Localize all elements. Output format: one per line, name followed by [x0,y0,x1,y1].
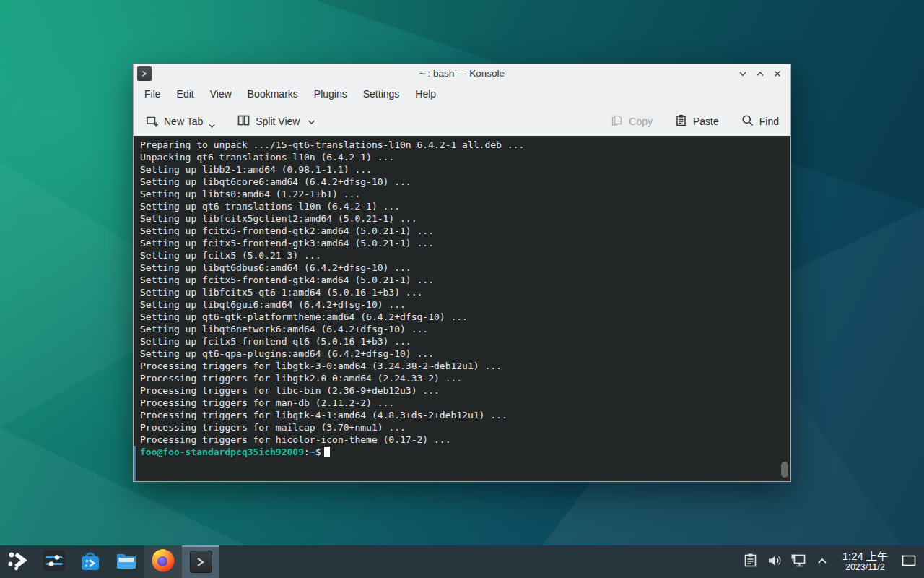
application-launcher-button[interactable] [0,545,36,578]
konsole-app-icon [137,66,152,81]
terminal-view[interactable]: Preparing to unpack .../15-qt6-translati… [134,136,790,481]
konsole-window: ~ : bash — Konsole File Edit View Bookma… [133,64,791,482]
split-view-icon [237,113,250,129]
prompt-user-host: foo@foo-standardpcq35ich92009 [140,447,304,457]
maximize-button[interactable] [753,66,767,81]
paste-label: Paste [693,116,719,127]
terminal-scrollbar[interactable] [781,462,788,478]
taskbar-panel: 1:24 上午 2023/11/2 [0,545,924,578]
network-icon [790,552,807,572]
volume-icon [767,553,783,571]
paste-button[interactable]: Paste [674,113,719,129]
system-tray: 1:24 上午 2023/11/2 [741,545,924,578]
window-title: ~ : bash — Konsole [134,68,790,79]
split-view-button[interactable]: Split View [237,113,315,129]
volume-tray-button[interactable] [765,545,784,578]
dolphin-launcher[interactable] [108,545,144,578]
show-desktop-button[interactable] [898,545,920,578]
expand-tray-chevron-icon [816,554,829,570]
new-tab-button[interactable]: New Tab [145,113,215,129]
prompt-path: ~ [310,447,315,457]
show-desktop-icon [902,555,916,569]
menu-edit[interactable]: Edit [169,82,202,106]
new-tab-icon [145,113,159,129]
copy-icon [610,113,624,129]
konsole-icon [190,551,212,573]
application-launcher-icon [6,549,30,575]
find-label: Find [759,116,779,127]
firefox-icon [150,548,176,577]
new-output-marker [134,446,136,481]
menu-settings[interactable]: Settings [355,82,408,106]
dolphin-file-manager-icon [114,548,139,576]
paste-icon [674,113,688,129]
clock-date: 2023/11/2 [842,563,888,573]
system-settings-icon [42,548,66,576]
window-titlebar[interactable]: ~ : bash — Konsole [134,64,790,82]
new-tab-label: New Tab [164,116,203,127]
clock-time: 1:24 上午 [842,551,888,563]
find-button[interactable]: Find [741,113,779,129]
new-tab-dropdown-chevron-icon[interactable] [209,119,215,131]
copy-label: Copy [629,116,653,127]
find-icon [741,113,754,129]
digital-clock[interactable]: 1:24 上午 2023/11/2 [842,551,888,572]
menu-bar: File Edit View Bookmarks Plugins Setting… [134,82,790,106]
taskbar-task-konsole[interactable] [182,545,219,578]
taskbar-task-firefox[interactable] [144,545,182,578]
minimize-button[interactable] [736,66,750,81]
system-settings-launcher[interactable] [36,545,72,578]
close-button[interactable] [770,66,785,81]
terminal-output: Preparing to unpack .../15-qt6-translati… [140,139,782,446]
split-view-dropdown-chevron-icon[interactable] [308,116,315,127]
toolbar: New Tab Split View Copy Paste [134,106,790,136]
split-view-label: Split View [256,116,300,127]
menu-view[interactable]: View [202,82,240,106]
clipboard-icon [743,553,758,571]
copy-button[interactable]: Copy [610,113,653,129]
menu-help[interactable]: Help [407,82,444,106]
terminal-cursor [324,447,330,457]
discover-icon [78,548,103,576]
expand-tray-button[interactable] [813,545,832,578]
menu-file[interactable]: File [136,82,169,106]
shell-prompt: foo@foo-standardpcq35ich92009:~$ [140,446,782,458]
clipboard-tray-button[interactable] [741,545,760,578]
network-tray-button[interactable] [789,545,808,578]
menu-plugins[interactable]: Plugins [306,82,355,106]
menu-bookmarks[interactable]: Bookmarks [240,82,306,106]
discover-launcher[interactable] [72,545,108,578]
